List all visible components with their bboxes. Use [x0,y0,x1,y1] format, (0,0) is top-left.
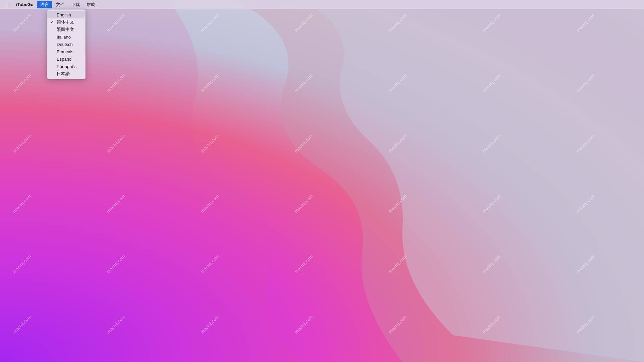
wave-overlay [0,0,644,362]
menu-item-download[interactable]: 下载 [68,1,83,8]
apple-logo[interactable]:  [3,2,13,8]
menu-item-language[interactable]: 语言 [37,1,52,8]
dropdown-item-traditional-chinese[interactable]: 繁體中文 [47,26,85,33]
menu-item-file[interactable]: 文件 [52,1,68,8]
dropdown-item-francais[interactable]: Français [47,48,85,55]
dropdown-item-italiano[interactable]: Italiano [47,33,85,41]
dropdown-item-deutsch[interactable]: Deutsch [47,41,85,48]
dropdown-item-simplified-chinese[interactable]: 简体中文 [47,18,85,26]
dropdown-item-portugues[interactable]: Português [47,63,85,70]
dropdown-item-english[interactable]: English [47,11,85,18]
language-dropdown: English 简体中文 繁體中文 Italiano Deutsch Franç… [47,9,86,79]
menu-item-itubego[interactable]: iTubeGo [13,1,37,8]
dropdown-item-japanese[interactable]: 日本語 [47,70,85,77]
menu-bar:  iTubeGo 语言 文件 下载 帮助 [0,0,644,9]
menu-item-help[interactable]: 帮助 [83,1,99,8]
dropdown-item-espanol[interactable]: Español [47,55,85,63]
